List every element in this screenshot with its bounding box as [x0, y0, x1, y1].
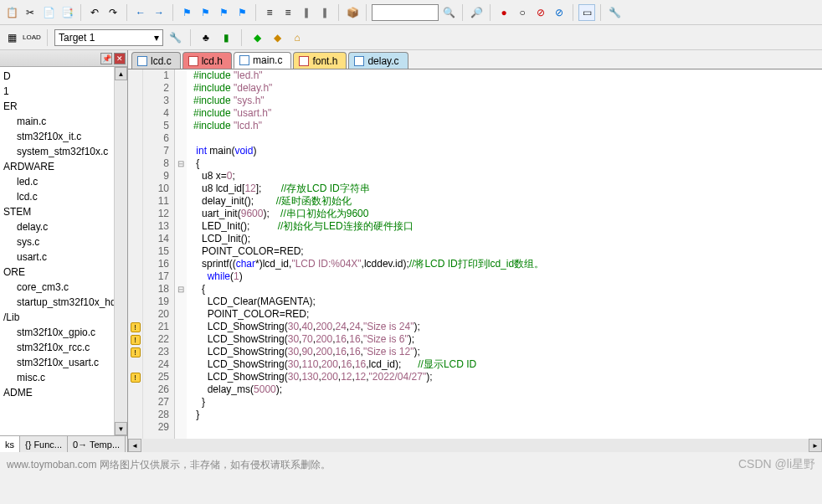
code-line[interactable]: sprintf((char*)lcd_id,"LCD ID:%04X",lcdd… [193, 258, 822, 270]
cut-icon[interactable]: ✂ [22, 4, 39, 21]
bookmark-prev-icon[interactable]: ⚑ [197, 4, 213, 21]
load-icon[interactable]: LOAD [23, 29, 40, 46]
scroll-right-icon[interactable]: ► [809, 439, 822, 452]
tree-file[interactable]: sys.c [0, 234, 127, 249]
indent-icon[interactable]: ≡ [261, 4, 278, 21]
code-line[interactable]: #include "sys.h" [193, 95, 822, 107]
scroll-up-icon[interactable]: ▲ [115, 67, 127, 80]
code-line[interactable]: LCD_ShowString(30,130,200,12,12,"2022/04… [193, 371, 822, 383]
tree-file[interactable]: stm32f10x_it.c [0, 129, 127, 144]
bookmark-toggle-icon[interactable]: ⚑ [178, 4, 195, 21]
uncomment-icon[interactable]: ∥ [316, 4, 333, 21]
code-line[interactable]: while(1) [193, 270, 822, 283]
find-in-files-icon[interactable]: 🔎 [468, 4, 485, 21]
home-icon[interactable]: ⌂ [289, 29, 306, 46]
tree-group[interactable]: D [0, 69, 127, 84]
tree-file[interactable]: misc.c [0, 370, 127, 385]
file-tab-lcd-c[interactable]: lcd.c [131, 52, 181, 69]
code-line[interactable]: LCD_ShowString(30,110,200,16,16,lcd_id);… [193, 358, 822, 371]
bookmark-clear-icon[interactable]: ⚑ [234, 4, 250, 21]
project-tree[interactable]: D1ERmain.cstm32f10x_it.csystem_stm32f10x… [0, 67, 127, 435]
tree-file[interactable]: led.c [0, 174, 127, 189]
file-tab-font-h[interactable]: font.h [293, 52, 347, 69]
tree-group[interactable]: 1 [0, 84, 127, 99]
tree-file[interactable]: core_cm3.c [0, 280, 127, 295]
debug-kill-icon[interactable]: ⊘ [551, 4, 568, 21]
code-line[interactable]: LED_Init(); //初始化与LED连接的硬件接口 [193, 220, 822, 233]
tree-file[interactable]: delay.c [0, 219, 127, 234]
redo-icon[interactable]: ↷ [105, 4, 121, 21]
code-line[interactable]: uart_init(9600); //串口初始化为9600 [193, 208, 822, 220]
outdent-icon[interactable]: ≡ [280, 4, 296, 21]
code-line[interactable]: u8 lcd_id[12]; //存放LCD ID字符串 [193, 183, 822, 195]
tree-group[interactable]: ARDWARE [0, 159, 127, 174]
paste-icon[interactable]: 📄 [40, 4, 57, 21]
tree-file[interactable]: stm32f10x_usart.c [0, 355, 127, 370]
code-line[interactable]: LCD_ShowString(30,70,200,16,16,"Size is … [193, 333, 822, 346]
code-line[interactable]: #include "lcd.h" [193, 120, 822, 132]
tree-group[interactable]: STEM [0, 204, 127, 219]
file-tab-lcd-h[interactable]: lcd.h [182, 52, 232, 69]
diamond2-icon[interactable]: ◆ [269, 29, 285, 46]
code-line[interactable]: #include "delay.h" [193, 82, 822, 95]
code-line[interactable]: } [193, 409, 822, 421]
code-text[interactable]: #include "led.h"#include "delay.h"#inclu… [187, 69, 822, 439]
undo-icon[interactable]: ↶ [86, 4, 103, 21]
find-combo[interactable] [372, 4, 439, 21]
scroll-down-icon[interactable]: ▼ [115, 422, 127, 435]
pin-icon[interactable]: 📌 [100, 53, 112, 64]
config-icon[interactable]: 🔧 [606, 4, 623, 21]
build-icon[interactable]: ▦ [3, 29, 20, 46]
back-icon[interactable]: ← [132, 4, 149, 21]
tree-file[interactable]: system_stm32f10x.c [0, 144, 127, 159]
tree-file[interactable]: startup_stm32f10x_hd.s [0, 295, 127, 310]
tree-file[interactable]: main.c [0, 114, 127, 129]
tree-group[interactable]: /Lib [0, 310, 127, 325]
bookmark-next-icon[interactable]: ⚑ [215, 4, 232, 21]
close-icon[interactable]: ✕ [114, 53, 126, 64]
code-line[interactable]: delay_init(); //延时函数初始化 [193, 195, 822, 208]
code-line[interactable]: } [193, 396, 822, 409]
tree-group[interactable]: ADME [0, 385, 127, 400]
debug-stop-icon[interactable]: ○ [514, 4, 531, 21]
code-line[interactable]: #include "led.h" [193, 69, 822, 82]
sidebar-scrollbar[interactable]: ▲ ▼ [114, 67, 127, 435]
side-tab[interactable]: {} Func... [20, 436, 68, 452]
code-line[interactable]: LCD_Init(); [193, 233, 822, 245]
code-line[interactable]: int main(void) [193, 145, 822, 157]
editor-hscroll[interactable]: ◄ ► [128, 439, 822, 452]
code-line[interactable] [193, 132, 822, 145]
file-tab-main-c[interactable]: main.c [234, 52, 291, 69]
side-tab[interactable]: 0→ Temp... [68, 436, 126, 452]
code-line[interactable]: #include "usart.h" [193, 107, 822, 120]
code-line[interactable]: { [193, 157, 822, 170]
manage-icon[interactable]: ♣ [198, 29, 214, 46]
code-line[interactable]: delay_ms(5000); [193, 383, 822, 396]
books-icon[interactable]: ▮ [218, 29, 234, 46]
debug-rec-icon[interactable]: ● [496, 4, 512, 21]
tree-file[interactable]: usart.c [0, 249, 127, 265]
window-icon[interactable]: ▭ [578, 4, 595, 21]
tree-file[interactable]: stm32f10x_rcc.c [0, 340, 127, 355]
find-icon[interactable]: 🔍 [440, 4, 457, 21]
copy-icon[interactable]: 📋 [3, 4, 20, 21]
target-select[interactable]: Target 1 ▾ [54, 29, 163, 46]
code-line[interactable]: LCD_ShowString(30,90,200,16,16,"Size is … [193, 346, 822, 358]
file-tab-delay-c[interactable]: delay.c [348, 52, 408, 69]
fwd-icon[interactable]: → [151, 4, 167, 21]
tree-group[interactable]: ORE [0, 265, 127, 280]
code-line[interactable]: LCD_ShowString(30,40,200,24,24,"Size is … [193, 321, 822, 333]
code-line[interactable]: { [193, 283, 822, 296]
diamond1-icon[interactable]: ◆ [249, 29, 265, 46]
tree-group[interactable]: ER [0, 99, 127, 114]
options-icon[interactable]: 🔧 [167, 29, 183, 46]
code-line[interactable]: u8 x=0; [193, 170, 822, 183]
highlight-icon[interactable]: 📦 [344, 4, 361, 21]
paste2-icon[interactable]: 📑 [59, 4, 75, 21]
code-line[interactable] [193, 421, 822, 434]
tree-file[interactable]: lcd.c [0, 189, 127, 204]
tree-file[interactable]: stm32f10x_gpio.c [0, 325, 127, 340]
comment-icon[interactable]: ∥ [298, 4, 315, 21]
debug-disable-icon[interactable]: ⊘ [532, 4, 549, 21]
scroll-left-icon[interactable]: ◄ [128, 439, 141, 452]
